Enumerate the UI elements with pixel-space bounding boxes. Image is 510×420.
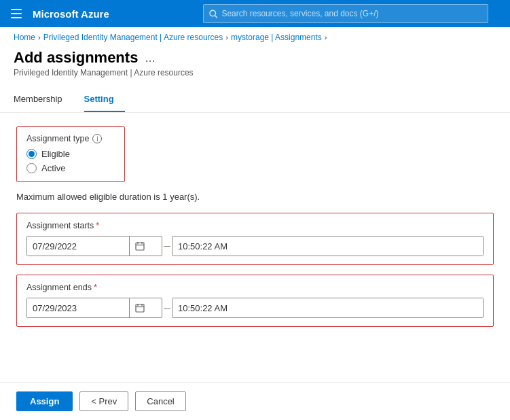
topbar: Microsoft Azure	[0, 0, 510, 27]
ends-time-wrapper	[172, 298, 484, 318]
svg-line-4	[215, 15, 218, 18]
assignment-starts-group: Assignment starts *	[16, 213, 494, 265]
starts-required-star: *	[96, 220, 99, 230]
page-subtitle: Privileged Identity Management | Azure r…	[14, 68, 496, 77]
prev-button[interactable]: < Prev	[79, 391, 128, 411]
assignment-type-box: Assignment type i Eligible Active	[16, 126, 125, 182]
svg-rect-0	[11, 9, 22, 10]
starts-date-wrapper	[26, 236, 162, 256]
hamburger-icon[interactable]	[8, 9, 24, 18]
breadcrumb-mystorage[interactable]: mystorage | Assignments	[231, 33, 322, 42]
starts-time-wrapper	[172, 236, 484, 256]
tabs-container: Membership Setting	[0, 88, 510, 113]
main-content: Home › Privileged Identity Management | …	[0, 27, 510, 420]
more-options-icon[interactable]: ...	[145, 51, 155, 65]
assignment-type-info-icon[interactable]: i	[92, 134, 102, 143]
radio-eligible[interactable]: Eligible	[26, 149, 115, 159]
ends-date-input[interactable]	[27, 298, 129, 317]
breadcrumb-sep-1: ›	[38, 33, 41, 41]
ends-calendar-icon[interactable]	[129, 298, 149, 317]
ends-required-star: *	[94, 282, 97, 292]
svg-rect-9	[136, 304, 144, 312]
assignment-ends-label: Assignment ends *	[26, 282, 484, 292]
breadcrumb: Home › Privileged Identity Management | …	[0, 27, 510, 46]
search-bar[interactable]	[203, 4, 488, 23]
svg-rect-5	[136, 243, 144, 250]
starts-calendar-icon[interactable]	[129, 237, 149, 256]
footer: Assign < Prev Cancel	[0, 382, 510, 420]
radio-active-input[interactable]	[26, 163, 37, 173]
radio-eligible-input[interactable]	[26, 149, 37, 159]
field-sep-starts	[164, 246, 170, 247]
starts-time-input[interactable]	[172, 237, 483, 256]
tab-membership[interactable]: Membership	[14, 88, 73, 112]
svg-point-3	[210, 10, 216, 16]
radio-active-label: Active	[41, 163, 65, 173]
assignment-type-radio-group: Eligible Active	[26, 149, 115, 173]
starts-date-input[interactable]	[27, 237, 129, 256]
radio-eligible-label: Eligible	[41, 149, 70, 159]
assignment-starts-row	[26, 236, 484, 256]
cancel-button[interactable]: Cancel	[135, 391, 185, 411]
breadcrumb-sep-3: ›	[325, 33, 327, 41]
page-header: Add assignments ... Privileged Identity …	[0, 46, 510, 83]
azure-logo: Microsoft Azure	[33, 8, 109, 20]
page-title: Add assignments	[14, 49, 138, 67]
field-sep-ends	[164, 308, 170, 309]
assignment-starts-label: Assignment starts *	[26, 220, 484, 230]
assignment-ends-row	[26, 298, 484, 318]
radio-active[interactable]: Active	[26, 163, 115, 173]
assign-button[interactable]: Assign	[16, 391, 73, 411]
eligible-duration-info: Maximum allowed eligible duration is 1 y…	[16, 192, 494, 202]
breadcrumb-home[interactable]: Home	[14, 33, 35, 42]
svg-rect-1	[11, 13, 22, 14]
tab-setting[interactable]: Setting	[84, 88, 125, 112]
assignment-type-label: Assignment type i	[26, 134, 115, 143]
ends-date-wrapper	[26, 298, 162, 318]
content-area: Assignment type i Eligible Active Maximu…	[0, 113, 510, 350]
svg-rect-2	[11, 17, 22, 18]
assignment-ends-group: Assignment ends *	[16, 275, 494, 327]
breadcrumb-sep-2: ›	[225, 33, 228, 41]
search-input[interactable]	[221, 9, 482, 18]
ends-time-input[interactable]	[172, 298, 483, 317]
breadcrumb-pim[interactable]: Privileged Identity Management | Azure r…	[43, 33, 223, 42]
